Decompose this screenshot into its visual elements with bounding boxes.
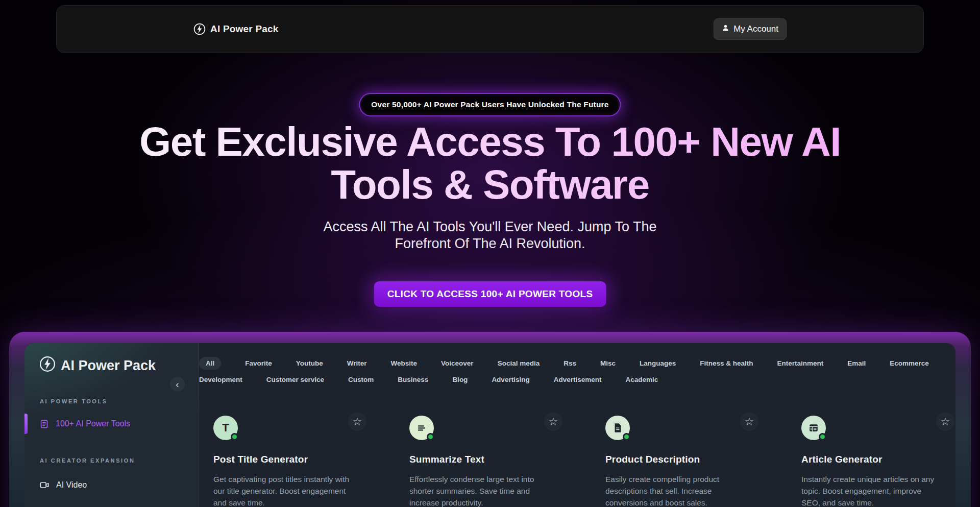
star-outline-icon[interactable]: ☆	[936, 413, 954, 431]
tool-card-article-generator[interactable]: ☆Article GeneratorInstantly create uniqu…	[801, 416, 954, 507]
tab-website[interactable]: Website	[391, 357, 418, 370]
my-account-button[interactable]: My Account	[714, 18, 787, 40]
sidebar-item-ai-video[interactable]: AI Video	[39, 475, 199, 495]
tab-writer[interactable]: Writer	[347, 357, 367, 370]
star-outline-icon[interactable]: ☆	[740, 413, 758, 431]
dashboard: AI Power Pack ‹ AI POWER TOOLS100+ AI Po…	[24, 343, 955, 507]
hero-title-line2: Tools & Software	[0, 163, 980, 206]
sidebar-section-label-ai-power-tools: AI POWER TOOLS	[40, 398, 199, 404]
sidebar-section-label-ai-creator-expansion: AI CREATOR EXPANSION	[40, 457, 199, 464]
tab-voiceover[interactable]: Voiceover	[441, 357, 474, 370]
status-dot	[427, 433, 434, 441]
letter-t-icon: T	[213, 416, 238, 440]
sidebar-brand-name: AI Power Pack	[61, 358, 156, 374]
category-tabs-row1: AllFavoriteYoutubeWriterWebsiteVoiceover…	[199, 356, 954, 370]
tab-misc[interactable]: Misc	[600, 357, 616, 370]
tab-ecommerce[interactable]: Ecommerce	[890, 357, 929, 370]
tab-languages[interactable]: Languages	[640, 357, 676, 370]
tab-business[interactable]: Business	[398, 373, 428, 386]
tab-customer-service[interactable]: Customer service	[266, 373, 324, 386]
header-brand-name: AI Power Pack	[210, 23, 279, 35]
main-content: AllFavoriteYoutubeWriterWebsiteVoiceover…	[199, 343, 955, 507]
status-dot	[623, 433, 630, 441]
lightning-bolt-icon	[39, 356, 56, 376]
tool-card-summarize-text[interactable]: ☆Summarize TextEffortlessly condense lar…	[409, 416, 562, 507]
tab-rss[interactable]: Rss	[564, 357, 576, 370]
hero-title: Get Exclusive Access To 100+ New AI Tool…	[0, 120, 980, 206]
star-outline-icon[interactable]: ☆	[544, 413, 562, 431]
sidebar-brand-logo[interactable]: AI Power Pack	[39, 356, 199, 375]
sidebar-item-label: 100+ AI Power Tools	[56, 419, 130, 428]
tab-advertisement[interactable]: Advertisement	[554, 373, 602, 386]
tab-youtube[interactable]: Youtube	[296, 357, 323, 370]
users-badge: Over 50,000+ AI Power Pack Users Have Un…	[360, 94, 620, 115]
hero-subtitle-line2: Forefront Of The AI Revolution.	[0, 235, 980, 252]
active-indicator-bar	[24, 414, 28, 434]
tab-all[interactable]: All	[199, 357, 221, 370]
hero-subtitle-line1: Access All The AI Tools You'll Ever Need…	[0, 219, 980, 235]
chevron-left-icon: ‹	[176, 379, 179, 390]
sidebar-collapse-button[interactable]: ‹	[170, 377, 185, 392]
star-outline-icon[interactable]: ☆	[348, 413, 366, 431]
document-list-icon	[39, 419, 49, 429]
lightning-bolt-icon	[193, 23, 206, 35]
sidebar-item-label: AI Video	[56, 480, 87, 490]
tab-social-media[interactable]: Social media	[498, 357, 540, 370]
tab-development[interactable]: Development	[199, 373, 242, 386]
card-description: Effortlessly condense large text into sh…	[409, 473, 546, 507]
app-preview-frame: AI Power Pack ‹ AI POWER TOOLS100+ AI Po…	[9, 332, 971, 507]
tab-academic[interactable]: Academic	[625, 373, 658, 386]
hero-title-line1: Get Exclusive Access To 100+ New AI	[0, 120, 980, 163]
table-icon	[801, 416, 826, 440]
person-icon	[722, 24, 729, 34]
card-title: Post Title Generator	[213, 454, 366, 465]
tool-cards-grid: T☆Post Title GeneratorGet captivating po…	[213, 416, 954, 507]
my-account-label: My Account	[733, 24, 778, 34]
tab-fitness-health[interactable]: Fitness & health	[700, 357, 753, 370]
sidebar: AI Power Pack ‹ AI POWER TOOLS100+ AI Po…	[24, 343, 199, 507]
header-brand-logo[interactable]: AI Power Pack	[193, 23, 279, 35]
sidebar-nav: AI POWER TOOLS100+ AI Power ToolsAI CREA…	[39, 398, 199, 507]
card-description: Get captivating post titles instantly wi…	[213, 473, 350, 507]
tab-entertainment[interactable]: Entertainment	[777, 357, 824, 370]
tool-card-post-title-generator[interactable]: T☆Post Title GeneratorGet captivating po…	[213, 416, 366, 507]
document-icon	[605, 416, 630, 440]
tab-blog[interactable]: Blog	[452, 373, 468, 386]
sidebar-item-100-ai-power-tools[interactable]: 100+ AI Power Tools	[39, 414, 199, 434]
tool-card-product-description[interactable]: ☆Product DescriptionEasily create compel…	[605, 416, 758, 507]
card-title: Product Description	[605, 454, 758, 465]
card-description: Easily create compelling product descrip…	[605, 473, 742, 507]
tab-custom[interactable]: Custom	[348, 373, 374, 386]
tab-email[interactable]: Email	[847, 357, 866, 370]
category-tabs-row2: DevelopmentCustomer serviceCustomBusines…	[199, 373, 954, 386]
hero-subtitle: Access All The AI Tools You'll Ever Need…	[0, 219, 980, 252]
page: AI Power Pack My Account Over 50,000+ AI…	[0, 0, 980, 507]
text-lines-icon	[409, 416, 434, 440]
video-camera-icon	[39, 480, 50, 490]
top-header: AI Power Pack My Account	[56, 5, 924, 53]
card-title: Article Generator	[801, 454, 954, 465]
card-description: Instantly create unique articles on any …	[801, 473, 938, 507]
status-dot	[819, 433, 826, 441]
status-dot	[231, 433, 238, 441]
tab-favorite[interactable]: Favorite	[245, 357, 272, 370]
cta-access-tools-button[interactable]: CLICK TO ACCESS 100+ AI POWER TOOLS	[374, 281, 606, 307]
tool-icon-letter: T	[222, 421, 229, 434]
card-title: Summarize Text	[409, 454, 562, 465]
tab-advertising[interactable]: Advertising	[492, 373, 529, 386]
